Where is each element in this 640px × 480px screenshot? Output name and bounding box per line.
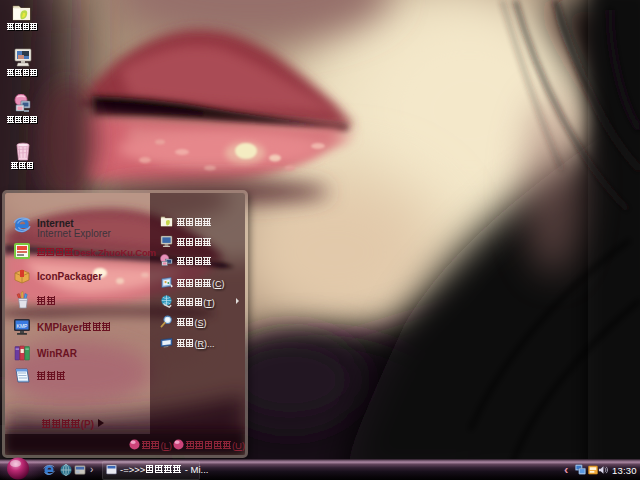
svg-text:KMP: KMP	[17, 323, 29, 329]
